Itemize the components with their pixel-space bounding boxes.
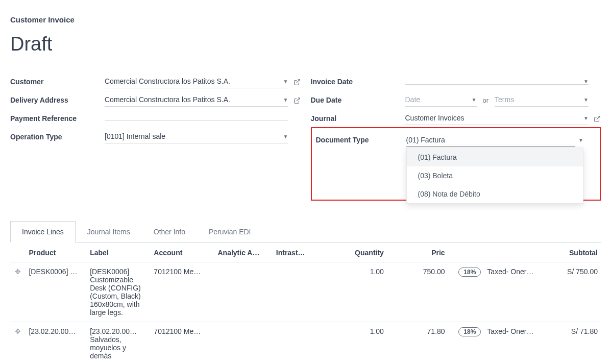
delivery-value: Comercial Constructora los Patitos S.A. — [105, 93, 280, 106]
chevron-down-icon[interactable]: ▼ — [583, 97, 589, 103]
cell-account: 7012100 Me… — [151, 322, 214, 365]
payment-ref-label: Payment Reference — [10, 114, 105, 123]
delivery-label: Delivery Address — [10, 96, 105, 104]
tab-journal-items[interactable]: Journal Items — [76, 221, 142, 242]
due-date-terms-field[interactable]: Terms ▼ — [495, 93, 589, 107]
svg-line-2 — [597, 116, 600, 119]
operation-type-field[interactable]: [0101] Internal sale ▼ — [105, 130, 288, 143]
cell-product: [23.02.20.00… — [26, 322, 87, 365]
drag-handle-icon[interactable]: ✥ — [10, 262, 26, 322]
cell-analytic — [215, 322, 273, 365]
col-taxes — [484, 242, 545, 262]
cell-quantity: 1.00 — [314, 262, 386, 322]
col-product: Product — [26, 242, 87, 262]
external-link-icon[interactable] — [594, 114, 601, 123]
cell-tax-label: Taxed- Oner… — [484, 262, 545, 322]
col-account: Account — [151, 242, 214, 262]
col-subtotal: Subtotal — [545, 242, 601, 262]
journal-label: Journal — [311, 114, 405, 123]
cell-subtotal: S/ 71.80 — [545, 322, 601, 365]
table-row[interactable]: ✥[DESK0006] …[DESK0006] Customizable Des… — [10, 262, 601, 322]
due-date-or: or — [483, 96, 489, 104]
operation-type-label: Operation Type — [10, 133, 105, 141]
delivery-field[interactable]: Comercial Constructora los Patitos S.A. … — [105, 93, 288, 107]
external-link-icon[interactable] — [294, 96, 301, 104]
journal-value: Customer Invoices — [405, 112, 581, 125]
invoice-lines-table: Product Label Account Analytic A… Intras… — [10, 242, 601, 364]
tab-invoice-lines[interactable]: Invoice Lines — [10, 221, 76, 242]
cell-tax-badge: 18% — [448, 262, 484, 322]
page-title: Draft — [10, 33, 601, 55]
document-type-highlight: Document Type ▼ (01) Factura (03) Boleta… — [311, 127, 601, 201]
invoice-date-value — [405, 79, 581, 84]
chevron-down-icon[interactable]: ▼ — [283, 97, 288, 103]
due-date-date-placeholder: Date — [405, 93, 469, 106]
chevron-down-icon[interactable]: ▼ — [283, 79, 288, 84]
cell-intrastat — [273, 322, 315, 365]
tax-badge: 18% — [458, 327, 481, 336]
tab-other-info[interactable]: Other Info — [142, 221, 197, 242]
table-header-row: Product Label Account Analytic A… Intras… — [10, 242, 601, 262]
tab-peruvian-edi[interactable]: Peruvian EDI — [197, 221, 262, 242]
chevron-down-icon[interactable]: ▼ — [283, 134, 288, 139]
due-date-terms-placeholder: Terms — [495, 93, 580, 106]
document-type-input[interactable] — [406, 134, 576, 147]
cell-account: 7012100 Me… — [151, 262, 214, 322]
form-left-column: Customer Comercial Constructora los Pati… — [10, 73, 301, 201]
chevron-down-icon[interactable]: ▼ — [583, 115, 589, 121]
customer-value: Comercial Constructora los Patitos S.A. — [105, 75, 280, 88]
payment-ref-value — [105, 116, 288, 120]
chevron-down-icon[interactable]: ▼ — [578, 137, 583, 143]
cell-tax-badge: 18% — [448, 322, 484, 365]
due-date-label: Due Date — [311, 96, 405, 104]
col-analytic: Analytic A… — [215, 242, 273, 262]
dropdown-option[interactable]: (08) Nota de Débito — [407, 185, 583, 203]
cell-analytic — [215, 262, 273, 322]
cell-subtotal: S/ 750.00 — [545, 262, 601, 322]
cell-tax-label: Taxed- Oner… — [484, 322, 545, 365]
chevron-down-icon[interactable]: ▼ — [583, 79, 589, 84]
invoice-date-field[interactable]: ▼ — [405, 79, 589, 85]
cell-intrastat — [273, 262, 315, 322]
external-link-icon[interactable] — [294, 78, 301, 86]
payment-ref-field[interactable] — [105, 116, 288, 121]
col-label: Label — [87, 242, 151, 262]
tax-badge: 18% — [458, 268, 481, 277]
cell-quantity: 1.00 — [314, 322, 386, 365]
table-row[interactable]: ✥[23.02.20.00…[23.02.20.00… Salvados, mo… — [10, 322, 601, 365]
customer-label: Customer — [10, 78, 105, 86]
tabs: Invoice Lines Journal Items Other Info P… — [10, 221, 601, 242]
journal-field[interactable]: Customer Invoices ▼ — [405, 112, 589, 125]
cell-label: [23.02.20.00… Salvados, moyuelos y demás — [87, 322, 151, 365]
chevron-down-icon[interactable]: ▼ — [472, 97, 477, 103]
col-intrastat: Intrast… — [273, 242, 315, 262]
svg-line-0 — [296, 80, 299, 83]
dropdown-option[interactable]: (01) Factura — [407, 148, 583, 166]
operation-type-value: [0101] Internal sale — [105, 130, 280, 143]
cell-product: [DESK0006] … — [26, 262, 87, 322]
col-quantity: Quantity — [314, 242, 386, 262]
drag-handle-icon[interactable]: ✥ — [10, 322, 26, 365]
cell-label: [DESK0006] Customizable Desk (CONFIG) (C… — [87, 262, 151, 322]
col-price: Pric — [387, 242, 448, 262]
form-right-column: Invoice Date ▼ Due Date Date ▼ or Terms … — [311, 73, 601, 201]
document-type-label: Document Type — [316, 136, 406, 144]
cell-price: 750.00 — [387, 262, 448, 322]
document-type-dropdown: (01) Factura (03) Boleta (08) Nota de Dé… — [406, 148, 584, 204]
cell-price: 71.80 — [387, 322, 448, 365]
due-date-date-field[interactable]: Date ▼ — [405, 93, 477, 107]
invoice-date-label: Invoice Date — [311, 78, 405, 86]
document-type-field[interactable]: ▼ (01) Factura (03) Boleta (08) Nota de … — [406, 134, 584, 147]
breadcrumb: Customer Invoice — [10, 15, 601, 24]
svg-line-1 — [296, 98, 299, 101]
customer-field[interactable]: Comercial Constructora los Patitos S.A. … — [105, 75, 288, 88]
dropdown-option[interactable]: (03) Boleta — [407, 166, 583, 185]
